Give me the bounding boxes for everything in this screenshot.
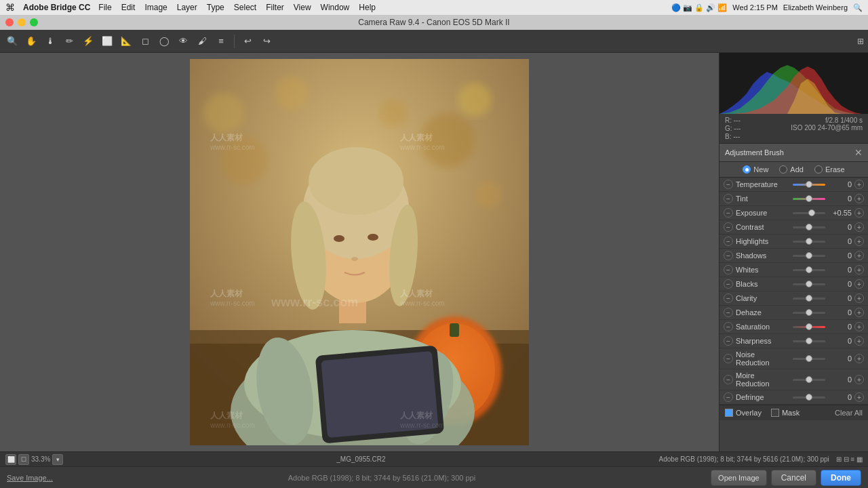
zoom-tool[interactable]: 🔍 (4, 33, 20, 49)
targeted-adj-tool[interactable]: ⚡ (80, 33, 96, 49)
done-button[interactable]: Done (821, 470, 861, 486)
slider-thumb-noise reduction[interactable] (806, 355, 812, 362)
slider-minus-sharpness[interactable]: − (724, 336, 733, 346)
transform-tool[interactable]: ◻ (137, 33, 153, 49)
undo-tool[interactable]: ↩ (239, 33, 256, 49)
mask-check-label[interactable]: Mask (771, 409, 800, 417)
slider-thumb-temperature[interactable] (806, 181, 812, 188)
slider-minus-exposure[interactable]: − (724, 208, 733, 218)
slider-minus-dehaze[interactable]: − (724, 308, 733, 317)
slider-plus-moire reduction[interactable]: + (854, 375, 864, 384)
slider-track-noise reduction[interactable] (793, 358, 825, 360)
radio-new[interactable]: New (743, 165, 768, 174)
slider-thumb-exposure[interactable] (808, 209, 815, 216)
slider-thumb-shadows[interactable] (806, 252, 812, 259)
adj-brush-tool[interactable]: 🖌 (194, 33, 210, 49)
slider-plus-shadows[interactable]: + (854, 251, 864, 260)
slider-minus-shadows[interactable]: − (724, 251, 733, 260)
zoom-dropdown[interactable]: ▾ (52, 454, 63, 465)
menu-edit[interactable]: Edit (121, 3, 136, 12)
slider-track-clarity[interactable] (793, 298, 825, 300)
slider-thumb-defringe[interactable] (806, 394, 812, 401)
slider-plus-blacks[interactable]: + (854, 279, 864, 289)
slider-plus-clarity[interactable]: + (854, 293, 864, 303)
slider-track-exposure[interactable] (793, 212, 825, 214)
apple-menu[interactable]: ⌘ (5, 2, 15, 13)
slider-plus-sharpness[interactable]: + (854, 336, 864, 346)
slider-minus-defringe[interactable]: − (724, 392, 733, 402)
spot-removal-tool[interactable]: ◯ (156, 33, 172, 49)
menu-select[interactable]: Select (234, 3, 256, 12)
slider-plus-whites[interactable]: + (854, 265, 864, 274)
slider-plus-dehaze[interactable]: + (854, 308, 864, 317)
menu-file[interactable]: File (98, 3, 111, 12)
straighten-tool[interactable]: 📐 (118, 33, 134, 49)
white-balance-tool[interactable]: 🌡 (42, 33, 58, 49)
slider-thumb-highlights[interactable] (806, 238, 812, 245)
slider-plus-contrast[interactable]: + (854, 222, 864, 232)
slider-plus-noise reduction[interactable]: + (854, 354, 864, 363)
overlay-check-label[interactable]: Overlay (725, 409, 762, 417)
panel-close-button[interactable]: ✕ (854, 147, 863, 158)
clear-all-button[interactable]: Clear All (835, 409, 863, 417)
save-image-button[interactable]: Save Image... (7, 474, 53, 482)
search-icon[interactable]: 🔍 (853, 3, 863, 12)
slider-track-highlights[interactable] (793, 241, 825, 243)
color-sampler-tool[interactable]: ✏ (61, 33, 77, 49)
open-image-button[interactable]: Open Image (711, 470, 767, 486)
maximize-button[interactable] (30, 18, 38, 26)
menu-layer[interactable]: Layer (177, 3, 197, 12)
close-button[interactable] (5, 18, 14, 26)
slider-thumb-moire reduction[interactable] (806, 376, 812, 383)
mask-checkbox[interactable] (771, 409, 779, 417)
hand-tool[interactable]: ✋ (23, 33, 39, 49)
slider-minus-blacks[interactable]: − (724, 279, 733, 289)
slider-plus-defringe[interactable]: + (854, 392, 864, 402)
slider-minus-highlights[interactable]: − (724, 237, 733, 246)
zoom-out-icon[interactable]: ⬜ (5, 454, 16, 465)
slider-minus-contrast[interactable]: − (724, 222, 733, 232)
minimize-button[interactable] (18, 18, 26, 26)
slider-plus-tint[interactable]: + (854, 194, 864, 203)
menu-window[interactable]: Window (321, 3, 350, 12)
slider-minus-noise reduction[interactable]: − (724, 354, 733, 363)
slider-track-blacks[interactable] (793, 283, 825, 285)
app-name[interactable]: Adobe Bridge CC (23, 3, 90, 12)
slider-thumb-tint[interactable] (806, 195, 812, 202)
slider-thumb-contrast[interactable] (806, 224, 812, 230)
slider-track-tint[interactable] (793, 198, 825, 200)
menu-type[interactable]: Type (207, 3, 224, 12)
crop-tool[interactable]: ⬜ (99, 33, 115, 49)
slider-track-dehaze[interactable] (793, 312, 825, 314)
slider-plus-highlights[interactable]: + (854, 237, 864, 246)
overlay-checkbox[interactable] (725, 409, 733, 417)
slider-minus-temperature[interactable]: − (724, 180, 733, 189)
slider-track-moire reduction[interactable] (793, 379, 825, 381)
slider-thumb-whites[interactable] (806, 266, 812, 273)
slider-minus-saturation[interactable]: − (724, 322, 733, 331)
slider-track-defringe[interactable] (793, 396, 825, 399)
slider-plus-temperature[interactable]: + (854, 180, 864, 189)
menu-filter[interactable]: Filter (266, 3, 284, 12)
redo-tool[interactable]: ↪ (258, 33, 275, 49)
slider-track-sharpness[interactable] (793, 340, 825, 342)
slider-plus-saturation[interactable]: + (854, 322, 864, 331)
slider-minus-clarity[interactable]: − (724, 293, 733, 303)
menu-image[interactable]: Image (144, 3, 167, 12)
slider-track-temperature[interactable] (793, 184, 825, 186)
red-eye-tool[interactable]: 👁 (175, 33, 191, 49)
slider-thumb-blacks[interactable] (806, 281, 812, 287)
slider-track-shadows[interactable] (793, 255, 825, 257)
menu-help[interactable]: Help (359, 3, 376, 12)
slider-thumb-sharpness[interactable] (806, 338, 812, 344)
slider-thumb-saturation[interactable] (806, 323, 812, 330)
menu-view[interactable]: View (294, 3, 311, 12)
radio-add[interactable]: Add (779, 165, 804, 174)
canvas-area[interactable]: 人人素材 www.rr-sc.com 人人素材 www.rr-sc.com 人人… (0, 53, 719, 451)
slider-track-saturation[interactable] (793, 326, 825, 328)
slider-minus-tint[interactable]: − (724, 194, 733, 203)
zoom-icon[interactable]: ☐ (18, 454, 29, 465)
slider-thumb-clarity[interactable] (806, 295, 812, 302)
slider-minus-moire reduction[interactable]: − (724, 375, 733, 384)
slider-minus-whites[interactable]: − (724, 265, 733, 274)
